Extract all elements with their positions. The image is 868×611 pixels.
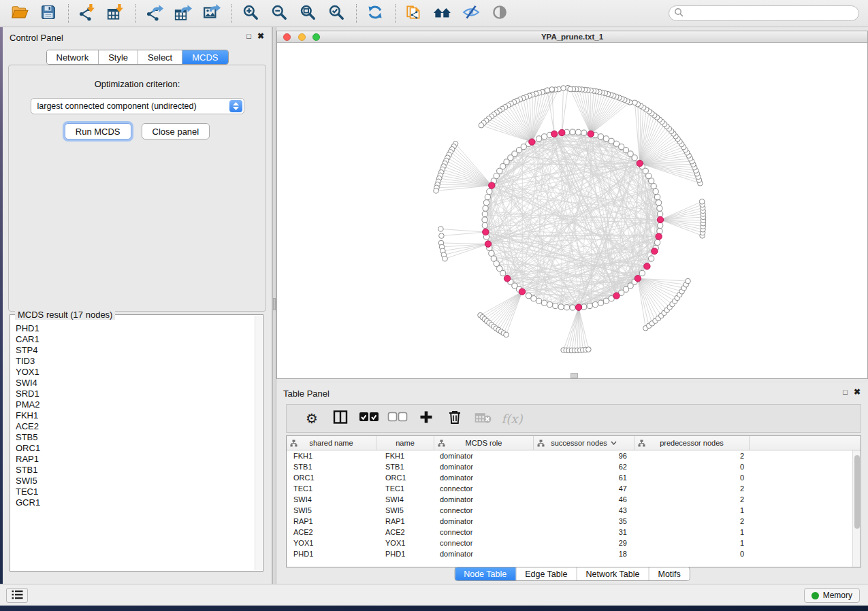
tab-motifs[interactable]: Motifs — [649, 567, 689, 580]
import-table-button[interactable] — [104, 3, 127, 24]
result-node[interactable]: SRD1 — [16, 389, 255, 399]
export-image-button[interactable] — [200, 3, 223, 24]
column-header-predecessor_nodes[interactable]: predecessor nodes — [634, 436, 750, 450]
export-table-button[interactable] — [172, 3, 195, 24]
tab-select[interactable]: Select — [138, 50, 182, 64]
zoom-in-button[interactable] — [239, 3, 262, 24]
cell-name: STB1 — [376, 461, 434, 472]
result-node[interactable]: FKH1 — [16, 410, 255, 421]
result-node[interactable]: PHD1 — [16, 323, 255, 334]
float-panel-icon[interactable]: □ — [246, 32, 251, 40]
result-node[interactable]: ACE2 — [16, 421, 255, 432]
tab-network-table[interactable]: Network Table — [577, 567, 649, 580]
table-scrollbar-thumb[interactable] — [854, 455, 860, 529]
refresh-button[interactable] — [364, 3, 387, 24]
table-scrollbar[interactable] — [852, 450, 861, 567]
close-panel-button[interactable]: Close panel — [142, 123, 210, 139]
column-header-successor_nodes[interactable]: successor nodes — [534, 436, 634, 450]
table-row[interactable]: TEC1TEC1connector472 — [287, 483, 861, 494]
hide-graphics-details-button[interactable] — [460, 3, 483, 24]
table-row[interactable]: FKH1FKH1dominator962 — [287, 450, 861, 461]
close-table-panel-icon[interactable]: ✖ — [854, 388, 861, 396]
mcds-result-list: PHD1CAR1STP4TID3YOX1SWI4SRD1PMA2FKH1ACE2… — [10, 319, 255, 571]
result-node[interactable]: TEC1 — [16, 486, 255, 497]
zoom-fit-button[interactable] — [296, 3, 319, 24]
zoom-out-button[interactable] — [268, 3, 291, 24]
cell-shared_name: SWI5 — [287, 505, 376, 516]
show-hide-columns-button[interactable] — [326, 407, 355, 430]
cell-successor_nodes: 46 — [534, 494, 634, 505]
column-settings-icon: ⚙ — [306, 412, 318, 426]
table-panel-header: Table Panel □ ✖ — [276, 383, 868, 401]
table-row[interactable]: STB1STB1dominator620 — [287, 461, 861, 472]
deselect-all-rows-button[interactable] — [383, 407, 412, 430]
float-table-panel-icon[interactable]: □ — [843, 388, 848, 396]
table-row[interactable]: PHD1PHD1dominator180 — [287, 548, 861, 559]
delete-table-button[interactable] — [469, 407, 498, 430]
column-header-name[interactable]: name — [376, 436, 434, 450]
cell-mcds_role: dominator — [434, 516, 534, 527]
close-panel-icon[interactable]: ✖ — [257, 32, 264, 40]
result-node[interactable]: GCR1 — [16, 497, 255, 508]
optimization-criterion-select[interactable]: largest connected component (undirected) — [31, 98, 244, 114]
network-overview-button[interactable] — [431, 3, 454, 24]
column-header-shared_name[interactable]: shared name — [287, 436, 376, 450]
cell-mcds_role: dominator — [434, 472, 534, 483]
zoom-out-icon — [270, 3, 288, 24]
apply-function-button[interactable]: f(x) — [498, 407, 526, 430]
tab-network[interactable]: Network — [46, 50, 99, 64]
result-scrollbar[interactable] — [255, 316, 262, 570]
import-network-button[interactable] — [76, 3, 99, 24]
cell-name: ORC1 — [376, 472, 434, 483]
export-network-button[interactable] — [143, 3, 166, 24]
export-image-icon — [202, 3, 221, 24]
select-all-rows-button[interactable] — [355, 407, 383, 430]
column-header-mcds_role[interactable]: MCDS role — [434, 436, 534, 450]
delete-table-icon — [475, 410, 492, 427]
mcds-hub-node — [652, 248, 658, 254]
search-box[interactable] — [669, 5, 859, 21]
result-node[interactable]: PMA2 — [16, 399, 255, 410]
network-window-titlebar: YPA_prune.txt_1 — [277, 31, 867, 43]
table-row[interactable]: YOX1YOX1connector291 — [287, 538, 861, 548]
save-session-button[interactable] — [37, 3, 60, 24]
result-node[interactable]: STB5 — [16, 432, 255, 443]
table-row[interactable]: ORC1ORC1dominator610 — [287, 472, 861, 483]
tab-style[interactable]: Style — [99, 50, 138, 64]
result-node[interactable]: TID3 — [16, 356, 255, 367]
table-row[interactable]: SWI5SWI5connector431 — [287, 505, 861, 516]
tab-node-table[interactable]: Node Table — [455, 567, 516, 580]
horizontal-splitter-handle[interactable] — [570, 373, 578, 378]
open-file-button[interactable] — [8, 3, 31, 24]
zoom-selected-button[interactable] — [325, 3, 348, 24]
column-settings-button[interactable]: ⚙ — [298, 407, 326, 430]
table-row[interactable]: SWI4SWI4dominator462 — [287, 494, 861, 505]
add-column-button[interactable] — [412, 407, 440, 430]
clone-network-button[interactable] — [402, 3, 425, 24]
network-overview-icon — [432, 3, 453, 24]
tab-mcds[interactable]: MCDS — [182, 50, 227, 64]
result-node[interactable]: STB1 — [16, 465, 255, 476]
result-node[interactable]: RAP1 — [16, 454, 255, 465]
result-node[interactable]: STP4 — [16, 345, 255, 356]
memory-button[interactable]: Memory — [804, 588, 860, 603]
delete-column-button[interactable] — [440, 407, 469, 430]
mcds-hub-node — [551, 131, 558, 137]
mcds-hub-node — [504, 276, 510, 282]
show-graphics-details-button[interactable] — [488, 3, 511, 24]
result-node[interactable]: ORC1 — [16, 443, 255, 454]
panel-selector-button[interactable] — [6, 588, 28, 603]
splitter-handle[interactable] — [273, 298, 276, 310]
table-row[interactable]: RAP1RAP1dominator352 — [287, 516, 861, 527]
result-node[interactable]: CAR1 — [16, 334, 255, 345]
search-input[interactable] — [686, 7, 858, 20]
table-row[interactable]: ACE2ACE2connector311 — [287, 527, 861, 538]
tab-edge-table[interactable]: Edge Table — [516, 567, 577, 580]
result-node[interactable]: YOX1 — [16, 367, 255, 378]
zoom-selected-icon — [327, 3, 345, 24]
result-node[interactable]: SWI5 — [16, 476, 255, 486]
result-node[interactable]: SWI4 — [16, 378, 255, 389]
run-mcds-button[interactable]: Run MCDS — [65, 123, 131, 139]
control-panel-title: Control Panel — [10, 33, 63, 43]
network-graph-canvas[interactable] — [277, 43, 867, 378]
